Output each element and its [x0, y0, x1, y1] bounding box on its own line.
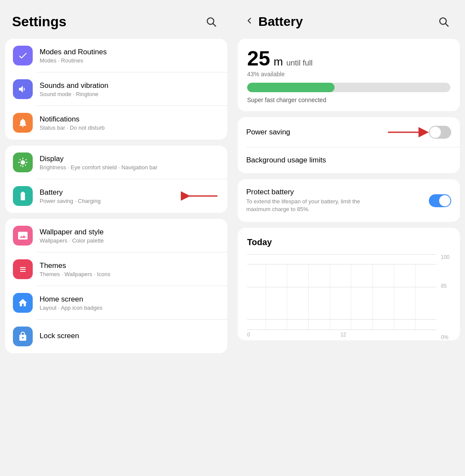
battery-header: Battery: [232, 0, 465, 39]
search-button[interactable]: [202, 12, 220, 31]
themes-text: Themes Themes · Wallpapers · Icons: [40, 261, 220, 277]
battery-header-left: Battery: [245, 14, 303, 29]
settings-list: Modes and Routines Modes · Routines Soun…: [0, 39, 232, 476]
chart-y-100: 100: [441, 254, 450, 260]
power-saving-row: Power saving: [238, 117, 460, 147]
sounds-title: Sounds and vibration: [40, 81, 220, 90]
protect-battery-toggle[interactable]: [429, 194, 451, 207]
protect-battery-knob: [439, 195, 450, 206]
wallpaper-icon: [13, 226, 33, 246]
protect-battery-card: Protect battery To extend the lifespan o…: [238, 179, 460, 222]
battery-panel: Battery 25 m until full 43% available Su…: [232, 0, 465, 476]
sidebar-item-lock-screen[interactable]: Lock screen: [5, 320, 227, 353]
battery-text: Battery Power saving · Charging: [40, 188, 179, 204]
settings-title: Settings: [12, 14, 66, 30]
chart-y-labels: 100 85 0%: [440, 254, 450, 340]
chart-grid-area: 0 12: [247, 254, 437, 330]
background-usage-text: Background usage limits: [246, 156, 326, 165]
sidebar-item-battery[interactable]: Battery Power saving · Charging: [5, 179, 227, 213]
modes-routines-title: Modes and Routines: [40, 48, 220, 56]
battery-title: Battery: [40, 188, 179, 197]
chart-x-12: 12: [341, 332, 346, 338]
back-button[interactable]: [245, 16, 254, 27]
chart-bars: [247, 254, 437, 330]
display-title: Display: [40, 155, 220, 163]
sidebar-item-notifications[interactable]: Notifications Status bar · Do not distur…: [5, 106, 227, 140]
chart-col-4: [311, 264, 330, 330]
settings-group-3: Wallpaper and style Wallpapers · Color p…: [5, 219, 227, 353]
chart-col-8: [397, 264, 416, 330]
battery-bar: [247, 83, 450, 92]
notifications-subtitle: Status bar · Do not disturb: [40, 124, 220, 131]
protect-battery-subtitle: To extend the lifespan of your battery, …: [246, 198, 384, 213]
power-saving-label: Power saving: [246, 128, 386, 137]
battery-icon: [13, 186, 33, 206]
toggle-knob: [430, 127, 441, 138]
sounds-subtitle: Sound mode · Ringtone: [40, 91, 220, 97]
wallpaper-text: Wallpaper and style Wallpapers · Color p…: [40, 228, 220, 244]
notifications-title: Notifications: [40, 115, 220, 124]
sidebar-item-home-screen[interactable]: Home screen Layout · App icon badges: [5, 286, 227, 320]
chart-y-85: 85: [441, 283, 450, 289]
power-saving-card: Power saving Background usage: [238, 117, 460, 173]
power-saving-toggle[interactable]: [429, 126, 451, 139]
themes-title: Themes: [40, 261, 220, 270]
battery-time-number: 25: [247, 48, 270, 69]
battery-time-unit: m: [273, 55, 283, 68]
notifications-icon: [13, 113, 33, 133]
battery-chart: 100 85 0%: [247, 254, 450, 340]
display-subtitle: Brightness · Eye comfort shield · Naviga…: [40, 164, 220, 171]
chart-col-1: [247, 264, 266, 330]
settings-panel: Settings Modes and Routines Modes · Rout…: [0, 0, 232, 476]
battery-search-button[interactable]: [434, 12, 453, 31]
chart-col-9: [418, 264, 437, 330]
themes-icon: ≡: [13, 259, 33, 279]
display-text: Display Brightness · Eye comfort shield …: [40, 155, 220, 171]
modes-routines-text: Modes and Routines Modes · Routines: [40, 48, 220, 64]
red-arrow-left-icon: [181, 190, 220, 202]
sidebar-item-display[interactable]: Display Brightness · Eye comfort shield …: [5, 146, 227, 179]
lock-screen-title: Lock screen: [40, 332, 220, 340]
battery-subtitle: Power saving · Charging: [40, 198, 179, 204]
settings-group-2: Display Brightness · Eye comfort shield …: [5, 146, 227, 213]
background-usage-item[interactable]: Background usage limits: [238, 147, 460, 173]
svg-line-4: [446, 24, 448, 26]
chart-col-5: [333, 264, 352, 330]
battery-bar-fill: [247, 83, 335, 92]
today-label: Today: [247, 237, 450, 247]
home-screen-title: Home screen: [40, 295, 220, 304]
sidebar-item-modes-routines[interactable]: Modes and Routines Modes · Routines: [5, 39, 227, 72]
wallpaper-subtitle: Wallpapers · Color palette: [40, 237, 220, 244]
sounds-text: Sounds and vibration Sound mode · Ringto…: [40, 81, 220, 97]
battery-time: 25 m until full: [247, 48, 450, 69]
lock-screen-text: Lock screen: [40, 332, 220, 341]
today-card: Today 100 85 0%: [238, 228, 460, 340]
home-screen-text: Home screen Layout · App icon badges: [40, 295, 220, 311]
settings-header: Settings: [0, 0, 232, 39]
protect-battery-text: Protect battery To extend the lifespan o…: [246, 188, 429, 213]
chart-y-0: 0%: [441, 334, 450, 340]
modes-routines-subtitle: Modes · Routines: [40, 57, 220, 64]
protect-battery-item[interactable]: Protect battery To extend the lifespan o…: [238, 179, 460, 222]
background-usage-label: Background usage limits: [246, 156, 326, 165]
modes-routines-icon: [13, 46, 33, 65]
battery-time-label: until full: [286, 59, 313, 68]
home-screen-icon: [13, 293, 33, 313]
chart-col-2: [269, 264, 288, 330]
chart-col-3: [290, 264, 309, 330]
chart-x-0: 0: [247, 332, 250, 338]
chart-col-7: [375, 264, 394, 330]
battery-charger-text: Super fast charger connected: [247, 96, 450, 103]
display-icon: [13, 152, 33, 172]
wallpaper-title: Wallpaper and style: [40, 228, 220, 236]
home-screen-subtitle: Layout · App icon badges: [40, 305, 220, 311]
chart-col-6: [354, 264, 373, 330]
battery-status-card: 25 m until full 43% available Super fast…: [238, 39, 460, 111]
battery-percent: 43% available: [247, 71, 450, 78]
sidebar-item-wallpaper[interactable]: Wallpaper and style Wallpapers · Color p…: [5, 219, 227, 252]
red-arrow-right-icon: [386, 126, 429, 138]
sidebar-item-sounds[interactable]: Sounds and vibration Sound mode · Ringto…: [5, 72, 227, 106]
battery-panel-title: Battery: [258, 14, 303, 29]
notifications-text: Notifications Status bar · Do not distur…: [40, 115, 220, 131]
sidebar-item-themes[interactable]: ≡ Themes Themes · Wallpapers · Icons: [5, 252, 227, 286]
